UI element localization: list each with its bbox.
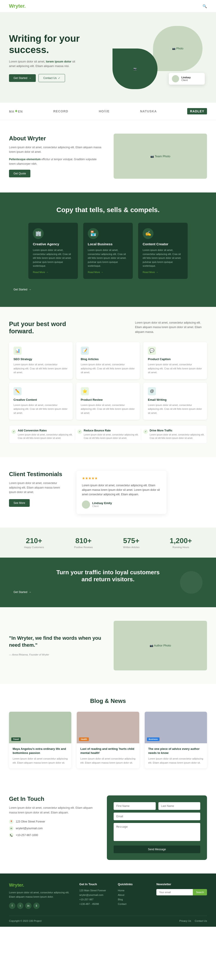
seo-title: SEO Strategy [14,358,68,361]
footer-touch-email[interactable]: wryter@yourmail.com [79,894,111,896]
blog-title-3: The one piece of advice every author nee… [148,747,203,755]
blog-desc: Lorem ipsum dolor sit amet, consectetur … [81,363,136,375]
message-group [114,823,200,842]
author-details: Lindsay Emily Client [92,501,112,508]
copyright-text: Copyright © 2023 100 Project [9,920,41,922]
service-product-caption: 💬 Product Caption Lorem ipsum dolor sit … [143,342,207,379]
content-creator-icon: ✍️ [143,228,153,239]
creative-agency-read-more[interactable]: Read More → [33,271,73,274]
footer-link-about[interactable]: About [118,894,150,896]
form-message-row [114,823,200,842]
brand-home: HO/\/E [99,110,110,113]
local-business-read-more[interactable]: Read More → [88,271,128,274]
creative-agency-desc: Lorem ipsum dolor sit amet, consectetur … [33,248,73,268]
extra-conversion-text: Add Conversion Rates Lorem ipsum dolor s… [18,429,73,440]
contact-description: Lorem ipsum dolor sit amet, consectetur … [9,806,96,815]
footer-description: Lorem ipsum dolor sit amet, consectetur … [9,891,73,899]
service-product-review: ⭐ Product Review Lorem ipsum dolor sit a… [76,383,140,420]
blog-body-2: Last of reading and writing 'hurts child… [77,743,139,768]
stat-label-customers: Happy Customers [24,546,44,549]
twitter-icon[interactable]: t [17,903,24,909]
instagram-icon[interactable]: in [25,903,32,909]
footer-touch-list: 120 Main Street Forever wryter@yourmail.… [79,889,111,905]
blog-card-1[interactable]: Travel Maya Angelou's extra ordinary lif… [9,712,71,768]
hero-testimonial-card: Lindsay Client [169,73,205,84]
hero-image-main: 📷 Photo [153,26,202,71]
creative-title: Creative Content [14,398,68,401]
extra-bounce-text: Reduce Bounce Rate Lorem ipsum dolor sit… [84,429,139,440]
caption-desc: Lorem ipsum dolor sit amet, consectetur … [148,363,202,375]
email-icon-contact: ✉ [9,826,14,830]
creative-icon: ✏️ [14,387,22,395]
about-heading: About Wryter [9,135,102,142]
blog-card-2[interactable]: Health Last of reading and writing 'hurt… [77,712,139,768]
about-p1: Lorem ipsum dolor sit amet, consectetur … [9,145,102,154]
blog-tag-1: Travel [11,737,21,741]
testimonials-left: Client Testimonials Lorem ipsum dolor si… [9,471,65,507]
footer-touch-heading: Get In Touch [79,883,111,886]
stat-num-hours: 1,200+ [170,536,192,545]
service-email-writing: @ Email Writing Lorem ipsum dolor sit am… [143,383,207,420]
best-word-heading: Put your best word forward. [9,320,68,335]
stats-section: 210+ Happy Customers 810+ Positive Revie… [0,528,216,558]
get-started-button[interactable]: Get Started [9,74,36,82]
message-input[interactable] [114,823,200,841]
footer-link-contact[interactable]: Contact [118,903,150,905]
last-name-input[interactable] [158,802,200,810]
facebook-icon[interactable]: f [9,903,15,909]
privacy-link[interactable]: Privacy Us [179,920,191,922]
first-name-group [114,802,156,810]
email-icon: @ [148,387,156,395]
service-blog-articles: 📝 Blog Articles Lorem ipsum dolor sit am… [76,342,140,379]
avatar [82,501,90,509]
logo-dot: . [24,3,26,9]
stat-label-reviews: Positive Reviews [74,546,93,549]
footer-link-home[interactable]: Home [118,889,150,892]
get-quote-button[interactable]: Get Quote [9,170,30,177]
stat-num-customers: 210+ [24,536,44,545]
quote-blockquote: "In Wryter, we find the words when you n… [9,635,102,649]
copy-card-creative-agency: 🏢 Creative Agency Lorem ipsum dolor sit … [28,223,78,279]
brand-record: RECORD [53,110,68,113]
blog-card-3[interactable]: Business The one piece of advice every a… [145,712,207,768]
caption-icon: 💬 [148,347,156,355]
review-title: Product Review [81,398,136,401]
blog-heading: Blog & News [9,697,207,705]
local-business-desc: Lorem ipsum dolor sit amet, consectetur … [88,248,128,268]
newsletter-email-input[interactable] [156,889,193,896]
hero-buttons: Get Started Contact Us ✓ [9,74,104,82]
footer-touch-phone2: +130-487 - 45098 [79,903,111,905]
newsletter-submit-button[interactable]: Search [193,889,207,896]
blog-img-3: Business [145,712,207,743]
brand-maven: MA✦EN [9,109,23,114]
review-icon: ⭐ [81,387,89,395]
contact-link[interactable]: Contact Us [195,920,207,922]
send-message-button[interactable]: Send Message [114,845,200,853]
creative-agency-title: Creative Agency [33,242,73,246]
blog-grid: Travel Maya Angelou's extra ordinary lif… [9,712,207,768]
linkedin-icon[interactable]: li [33,903,39,909]
email-input[interactable] [114,813,200,820]
quote-image: 📷 Author Photo [114,621,207,670]
see-more-button[interactable]: See More [9,499,30,507]
phone-icon: 📞 [9,833,14,837]
blog-title-1: Maya Angelou's extra ordinary life and b… [13,747,68,755]
footer-link-blog[interactable]: Blog [118,898,150,901]
local-business-icon: 🏪 [88,228,99,239]
contact-us-button[interactable]: Contact Us ✓ [38,74,65,82]
quote-text: "In Wryter, we find the words when you n… [9,635,102,656]
quote-section: "In Wryter, we find the words when you n… [0,607,216,684]
about-image: 📷 Team Photo [114,134,207,179]
check-icon-2: ✓ [77,430,82,434]
contact-heading: Get In Touch [9,795,96,802]
cta-get-started-button[interactable]: Get Started [9,588,36,596]
search-icon[interactable]: 🔍 [202,4,207,8]
first-name-input[interactable] [114,802,156,810]
content-creator-read-more[interactable]: Read More → [143,271,183,274]
footer-quicklinks-list: Home About Blog Contact [118,889,150,905]
extra-bounce: ✓ Reduce Bounce Rate Lorem ipsum dolor s… [75,429,141,440]
seo-desc: Lorem ipsum dolor sit amet, consectetur … [14,363,68,375]
blog-title: Blog Articles [81,358,136,361]
copy-get-started-button[interactable]: Get Started [9,286,36,293]
blog-tag-3: Business [147,737,159,741]
